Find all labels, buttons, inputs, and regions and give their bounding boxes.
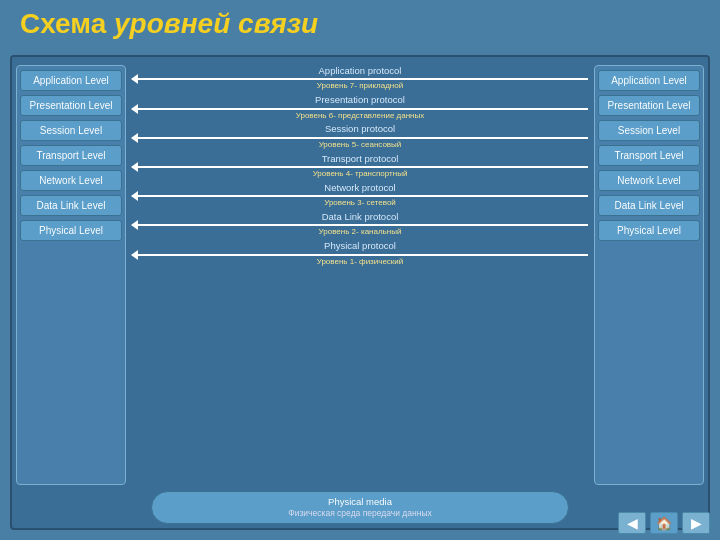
left-level-0: Application Level [20, 70, 122, 91]
title-part2: уровней связи [114, 8, 318, 39]
protocol-label-5: Data Link protocol [132, 211, 588, 222]
right-level-5: Data Link Level [598, 195, 700, 216]
physical-media-sublabel: Физическая среда передачи данных [162, 508, 558, 519]
right-level-2: Session Level [598, 120, 700, 141]
nav-arrows: ◀ 🏠 ▶ [618, 512, 710, 534]
right-column: Application Level Presentation Level Ses… [594, 65, 704, 485]
protocol-sublabel-2: Уровень 5- сеансовый [132, 141, 588, 150]
protocol-sublabel-6: Уровень 1- физический [132, 258, 588, 267]
page-title: Схема уровней связи [20, 8, 318, 40]
right-level-1: Presentation Level [598, 95, 700, 116]
protocol-label-1: Presentation protocol [132, 94, 588, 105]
right-level-0: Application Level [598, 70, 700, 91]
protocol-5: Data Link protocol Уровень 2- канальный [132, 211, 588, 238]
protocol-sublabel-3: Уровень 4- транспортный [132, 170, 588, 179]
left-column: Application Level Presentation Level Ses… [16, 65, 126, 485]
protocol-label-0: Application protocol [132, 65, 588, 76]
protocol-6: Physical protocol Уровень 1- физический [132, 240, 588, 267]
left-level-5: Data Link Level [20, 195, 122, 216]
right-level-6: Physical Level [598, 220, 700, 241]
physical-media-label: Physical media [162, 496, 558, 508]
center-column: Application protocol Уровень 7- прикладн… [128, 65, 592, 485]
main-container: Application Level Presentation Level Ses… [10, 55, 710, 530]
left-level-3: Transport Level [20, 145, 122, 166]
next-button[interactable]: ▶ [682, 512, 710, 534]
protocol-sublabel-0: Уровень 7- прикладной [132, 82, 588, 91]
protocol-sublabel-1: Уровень 6- представление данных [132, 112, 588, 121]
protocol-3: Transport protocol Уровень 4- транспортн… [132, 153, 588, 180]
physical-media: Physical media Физическая среда передачи… [151, 491, 569, 524]
protocol-0: Application protocol Уровень 7- прикладн… [132, 65, 588, 92]
protocol-2: Session protocol Уровень 5- сеансовый [132, 123, 588, 150]
protocol-1: Presentation protocol Уровень 6- предста… [132, 94, 588, 121]
protocol-label-3: Transport protocol [132, 153, 588, 164]
protocol-label-4: Network protocol [132, 182, 588, 193]
protocol-sublabel-4: Уровень 3- сетевой [132, 199, 588, 208]
protocol-label-6: Physical protocol [132, 240, 588, 251]
right-level-3: Transport Level [598, 145, 700, 166]
left-level-1: Presentation Level [20, 95, 122, 116]
protocol-4: Network protocol Уровень 3- сетевой [132, 182, 588, 209]
left-level-4: Network Level [20, 170, 122, 191]
prev-button[interactable]: ◀ [618, 512, 646, 534]
right-level-4: Network Level [598, 170, 700, 191]
diagram-area: Application Level Presentation Level Ses… [12, 57, 708, 489]
left-level-6: Physical Level [20, 220, 122, 241]
home-button[interactable]: 🏠 [650, 512, 678, 534]
protocol-sublabel-5: Уровень 2- канальный [132, 228, 588, 237]
left-level-2: Session Level [20, 120, 122, 141]
title-part1: Схема [20, 8, 114, 39]
protocol-label-2: Session protocol [132, 123, 588, 134]
